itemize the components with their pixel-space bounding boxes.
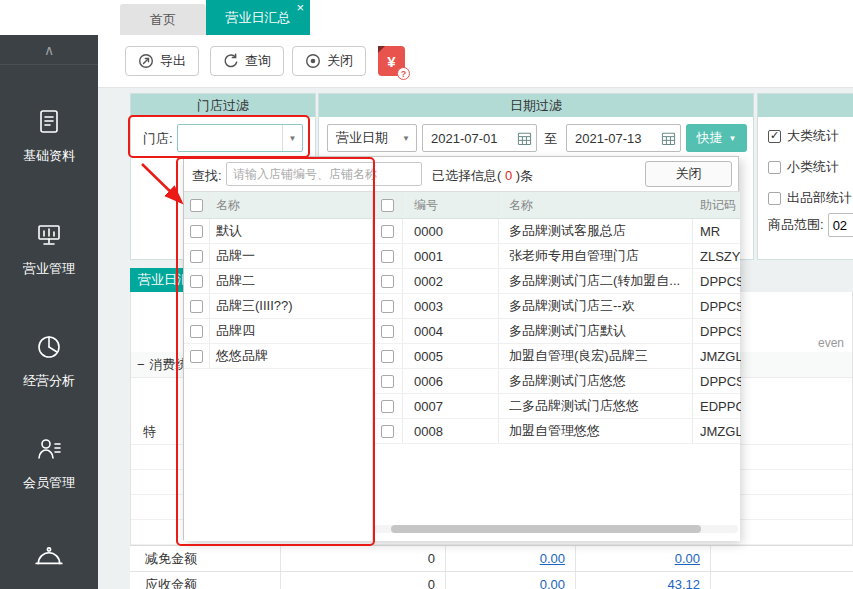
store-row[interactable]: 0002多品牌测试门店二(转加盟自...DPPCS [373,269,740,294]
collapse-minus-icon[interactable]: − [137,357,145,372]
close-button[interactable]: 关闭 [292,46,366,76]
report-amount-cell: 0.00 [575,546,710,571]
quick-range-label: 快捷 [697,129,723,147]
brand-name: 品牌二 [210,269,372,293]
amount-link[interactable]: 43.12 [667,577,700,589]
stat-option[interactable]: 小类统计 [768,158,853,176]
stat-options: 大类统计小类统计出品部统计商品范围: [758,117,853,260]
date-type-select[interactable]: 营业日期 ▼ [327,124,417,152]
store-row[interactable]: 0000多品牌测试客服总店MR [373,219,740,244]
sidebar-item-members[interactable]: 会员管理 [0,434,98,492]
checkbox-cell [373,344,403,368]
checkbox[interactable] [381,250,394,263]
checkbox-cell [184,319,210,343]
chevron-down-icon[interactable]: ▼ [282,125,302,151]
checkbox[interactable] [190,300,203,313]
checkbox[interactable] [190,225,203,238]
checkbox[interactable] [381,425,394,438]
store-label: 门店: [143,130,173,148]
amount-link[interactable]: 0.00 [540,577,565,589]
checkbox[interactable] [768,192,781,205]
close-tab-icon[interactable]: × [296,1,304,15]
checkbox[interactable] [381,275,394,288]
sidebar-item-dining[interactable] [0,541,98,583]
report-row-filler [710,546,853,571]
stat-option-label: 小类统计 [787,158,839,176]
date-to-input[interactable]: 2021-07-13 [566,124,681,152]
calendar-icon[interactable] [517,131,532,146]
sidebar-item-label: 经营分析 [23,372,75,390]
brand-row[interactable]: 默认 [184,219,372,244]
product-range-input[interactable] [828,213,853,237]
export-button[interactable]: 导出 [125,46,199,76]
product-range-row: 商品范围: [768,213,853,237]
store-row[interactable]: 0006多品牌测试门店悠悠DPPCS [373,369,740,394]
tab-daily-summary[interactable]: 营业日汇总 × [206,0,310,35]
store-row[interactable]: 0007二多品牌测试门店悠悠EDPPC [373,394,740,419]
yen-symbol: ¥ [387,53,395,70]
checkbox[interactable] [381,325,394,338]
checkbox[interactable] [190,325,203,338]
brand-row[interactable]: 品牌三(IIII??) [184,294,372,319]
store-code: JMZGL [693,419,741,443]
brand-name: 悠悠品牌 [210,344,372,368]
checkbox[interactable] [381,375,394,388]
brand-row[interactable]: 品牌一 [184,244,372,269]
amount-link[interactable]: 0.00 [540,551,565,566]
popup-close-button[interactable]: 关闭 [645,161,732,187]
store-row[interactable]: 0008加盟自管理悠悠JMZGL [373,419,740,444]
store-row[interactable]: 0005加盟自管理(良宏)品牌三JMZGL [373,344,740,369]
sidebar-item-basic-data[interactable]: 基础资料 [0,107,98,165]
store-row[interactable]: 0003多品牌测试门店三--欢DPPCS [373,294,740,319]
checkbox[interactable] [768,161,781,174]
checkbox[interactable] [768,130,781,143]
checkbox[interactable] [381,400,394,413]
stat-option[interactable]: 出品部统计 [768,189,853,207]
store-id: 0003 [403,294,499,318]
sidebar-item-label: 基础资料 [23,147,75,165]
select-all-checkbox[interactable] [190,199,203,212]
brand-row[interactable]: 品牌四 [184,319,372,344]
store-table-panel: 编号 名称 助记码 0000多品牌测试客服总店MR0001张老师专用自管理门店Z… [372,191,740,541]
tab-home[interactable]: 首页 [120,4,206,35]
calendar-icon[interactable] [661,131,676,146]
amount-link[interactable]: 0.00 [675,551,700,566]
store-id-header: 编号 [403,192,499,218]
checkbox[interactable] [381,350,394,363]
store-row[interactable]: 0004多品牌测试门店默认DPPCS [373,319,740,344]
report-amount-cell: 43.12 [575,572,710,589]
checkbox[interactable] [190,275,203,288]
store-id: 0001 [403,244,499,268]
brand-row[interactable]: 悠悠品牌 [184,344,372,369]
store-picker-popup: 查找: 已选择信息( 0 )条 关闭 名称 默认品牌一品牌二品牌三(IIII??… [183,156,739,540]
stat-option[interactable]: 大类统计 [768,127,853,145]
checkbox[interactable] [190,250,203,263]
refresh-icon [223,53,239,69]
sidebar-item-analysis[interactable]: 经营分析 [0,332,98,390]
store-table-header: 编号 名称 助记码 [373,192,740,219]
select-all-checkbox[interactable] [381,199,394,212]
store-code: DPPCS [693,319,741,343]
horizontal-scrollbar-thumb[interactable] [391,525,701,533]
checkbox-cell [184,219,210,243]
brand-name: 品牌四 [210,319,372,343]
query-button[interactable]: 查询 [210,46,284,76]
report-row-count: 0 [280,572,445,589]
store-select[interactable]: ▼ [177,124,303,152]
quick-range-button[interactable]: 快捷 ▼ [686,124,747,152]
checkbox[interactable] [190,350,203,363]
report-row-filler [710,572,853,589]
checkbox[interactable] [381,225,394,238]
brand-row[interactable]: 品牌二 [184,269,372,294]
chevron-down-icon: ▼ [729,134,737,143]
money-help-icon[interactable]: ¥ ? [378,46,405,76]
sidebar-item-business-mgmt[interactable]: 营业管理 [0,220,98,278]
search-input[interactable] [226,162,422,186]
store-id: 0005 [403,344,499,368]
tab-daily-summary-label: 营业日汇总 [226,9,291,27]
stat-option-label: 出品部统计 [787,189,852,207]
date-from-input[interactable]: 2021-07-01 [422,124,537,152]
sidebar-collapse-icon[interactable]: ∧ [0,35,98,65]
checkbox[interactable] [381,300,394,313]
store-row[interactable]: 0001张老师专用自管理门店ZLSZY [373,244,740,269]
